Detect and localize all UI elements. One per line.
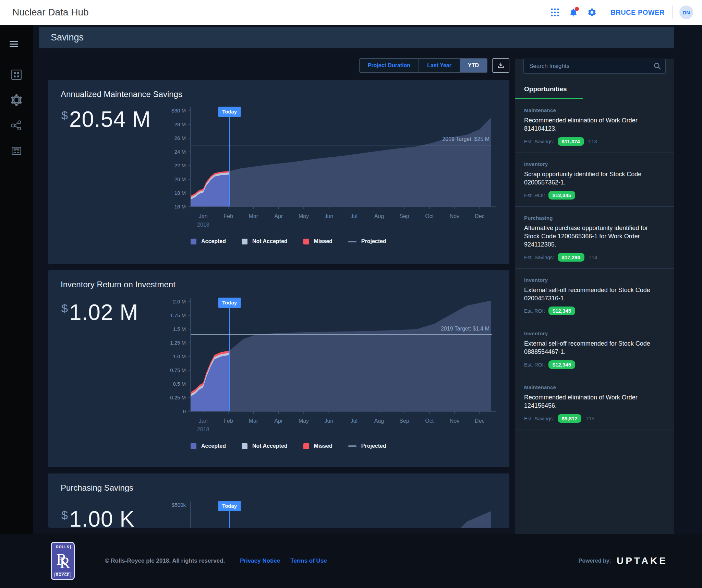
notifications-bell-icon[interactable] (567, 6, 580, 19)
amount-badge: $12,345 (548, 191, 575, 200)
legend-item: Not Accepted (242, 238, 288, 244)
svg-text:Today: Today (222, 503, 237, 509)
opportunity-text: Recommended elimination of Work Order 12… (524, 394, 665, 410)
metric-label: Est. ROI: (524, 308, 545, 314)
currency-symbol: $ (61, 109, 68, 132)
logo-bottom-text: ROYCE (55, 573, 71, 577)
svg-text:16 M: 16 M (174, 204, 186, 209)
opportunity-text: Recommended elimination of Work Order 81… (524, 117, 665, 133)
area-chart: $500kJan2018FebMarAprMayJunJulAugSepOctN… (161, 496, 508, 528)
svg-text:20 M: 20 M (174, 176, 186, 182)
legend-swatch (348, 445, 356, 447)
legend-swatch (348, 241, 356, 242)
rolls-royce-logo: ROLLS R R ROYCE (51, 542, 75, 580)
svg-text:Today: Today (222, 300, 237, 305)
share-nodes-icon[interactable] (10, 119, 23, 132)
legend-item: Accepted (191, 443, 226, 449)
svg-text:Mar: Mar (249, 213, 258, 219)
svg-text:Dec: Dec (475, 213, 484, 219)
search-input[interactable] (523, 59, 666, 74)
legend-label: Accepted (201, 238, 226, 244)
svg-text:$500k: $500k (172, 502, 186, 508)
svg-text:Today: Today (222, 109, 237, 115)
range-button-ytd[interactable]: YTD (460, 59, 487, 72)
legend-label: Missed (314, 443, 332, 449)
opportunity-meta: Est. ROI:$12,345 (524, 307, 665, 315)
user-name[interactable]: BRUCE POWER (610, 9, 665, 16)
opportunity-category: Purchasing (524, 215, 665, 221)
svg-text:Sep: Sep (399, 418, 409, 424)
download-button[interactable] (492, 58, 509, 73)
chart-title: Annualized Maintenance Savings (61, 89, 182, 99)
opportunity-item[interactable]: PurchasingAlternative purchase opportuni… (515, 207, 674, 269)
opportunity-category: Inventory (524, 277, 665, 283)
legend-swatch (242, 239, 247, 244)
svg-text:Jul: Jul (350, 418, 357, 424)
opportunity-item[interactable]: InventoryExternal sell-off recommended f… (515, 322, 674, 376)
terms-of-use-link[interactable]: Terms of Use (290, 557, 327, 564)
metric-label: Est. Savings: (524, 416, 554, 421)
menu-hamburger-icon[interactable] (10, 40, 18, 48)
insights-panel: Opportunities MaintenanceRecommended eli… (515, 59, 674, 534)
svg-text:Jan: Jan (199, 213, 208, 219)
main-region: Savings Project DurationLast YearYTD (0, 25, 702, 534)
news-feed-icon[interactable] (10, 145, 23, 157)
settings-gear-icon[interactable] (586, 6, 598, 19)
chart-big-value: $ 1.02 M (61, 300, 138, 325)
privacy-notice-link[interactable]: Privacy Notice (240, 557, 280, 564)
svg-text:0: 0 (183, 408, 186, 414)
apps-grid-icon[interactable] (549, 6, 561, 19)
tab-opportunities[interactable]: Opportunities (515, 85, 583, 99)
search-icon[interactable] (653, 62, 662, 70)
opportunity-text: Scrap opportunity identified for Stock C… (524, 170, 665, 187)
svg-text:2019 Target: $25 M: 2019 Target: $25 M (442, 136, 489, 142)
svg-text:22 M: 22 M (174, 163, 186, 168)
svg-text:Nov: Nov (450, 418, 459, 424)
svg-text:18 M: 18 M (174, 190, 186, 196)
dashboard-icon[interactable] (10, 69, 23, 81)
currency-symbol: $ (61, 302, 68, 325)
topbar-divider (672, 5, 673, 19)
chart-card-purchasing-savings: Purchasing Savings $ 1.00 K $500kJan2018… (48, 473, 509, 528)
range-toggle: Project DurationLast YearYTD (359, 58, 487, 73)
app-title: Nuclear Data Hub (12, 7, 89, 18)
amount-badge: $12,345 (548, 307, 575, 315)
top-bar: Nuclear Data Hub BRUCE POWER DN (0, 0, 702, 25)
amount-badge: $17,290 (558, 253, 584, 262)
svg-text:Sep: Sep (399, 213, 409, 219)
charts-column: Project DurationLast YearYTD Annualized … (39, 59, 509, 534)
avatar[interactable]: DN (679, 5, 693, 19)
metric-label: Est. Savings: (524, 139, 554, 144)
opportunity-item[interactable]: MaintenanceRecommended elimination of Wo… (515, 99, 674, 153)
rr-monogram: R R (56, 551, 70, 571)
range-button-project-duration[interactable]: Project Duration (360, 59, 419, 72)
page-header: Savings (39, 27, 674, 48)
legend-item: Not Accepted (242, 443, 288, 449)
svg-text:Dec: Dec (475, 418, 484, 424)
svg-text:1.75 M: 1.75 M (170, 312, 186, 318)
opportunities-list: MaintenanceRecommended elimination of Wo… (515, 99, 674, 430)
opportunity-text: External sell-off recommended for Stock … (524, 286, 665, 303)
svg-text:2018: 2018 (197, 427, 209, 432)
svg-text:2.0 M: 2.0 M (173, 299, 186, 304)
footer: ROLLS R R ROYCE © Rolls-Royce plc 2018. … (0, 534, 702, 588)
app-window: Nuclear Data Hub BRUCE POWER DN (0, 0, 702, 588)
svg-text:0.5 M: 0.5 M (173, 381, 186, 387)
svg-text:Nov: Nov (450, 213, 459, 219)
opportunity-item[interactable]: InventoryExternal sell-off recommended f… (515, 269, 674, 323)
opportunity-meta: Est. Savings:$9,812T15 (524, 414, 665, 423)
opportunity-item[interactable]: MaintenanceRecommended elimination of Wo… (515, 376, 674, 430)
svg-text:Jun: Jun (324, 418, 333, 424)
opportunity-item[interactable]: InventoryScrap opportunity identified fo… (515, 153, 674, 207)
insights-tabs: Opportunities (515, 85, 674, 99)
chart-big-value: $ 20.54 M (61, 107, 151, 132)
currency-symbol: $ (61, 508, 68, 528)
svg-text:Jan: Jan (199, 418, 208, 424)
svg-text:0.25 M: 0.25 M (170, 395, 186, 400)
legend-item: Projected (348, 238, 386, 244)
svg-text:28 M: 28 M (174, 121, 186, 127)
network-graph-icon[interactable] (10, 94, 23, 106)
range-button-last-year[interactable]: Last Year (419, 59, 460, 72)
svg-text:Feb: Feb (223, 418, 233, 424)
metric-label: Est. Savings: (524, 254, 554, 260)
